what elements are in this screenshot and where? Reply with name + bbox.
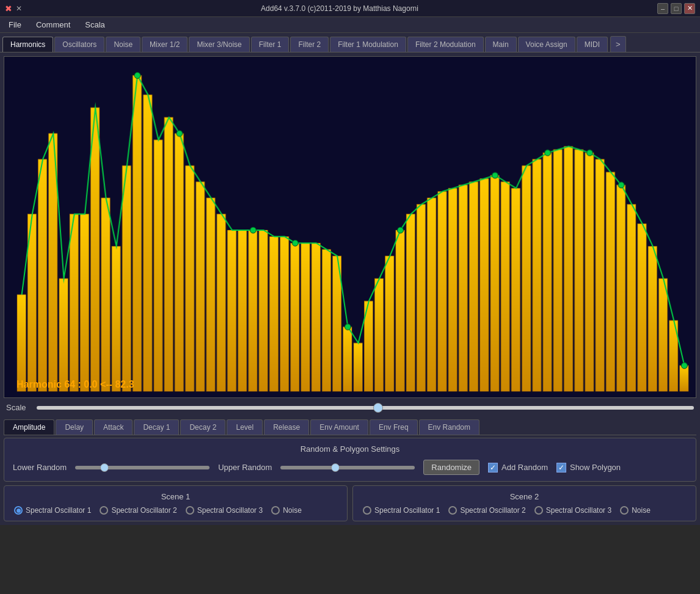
tab-mixer12[interactable]: Mixer 1/2 bbox=[142, 37, 188, 52]
scenes-row: Scene 1 Spectral Oscillator 1 Spectral O… bbox=[4, 485, 696, 521]
tab-filter2mod[interactable]: Filter 2 Modulation bbox=[407, 37, 484, 52]
tab-main[interactable]: Main bbox=[485, 37, 517, 52]
lower-random-slider[interactable] bbox=[75, 466, 210, 469]
menu-file[interactable]: File bbox=[6, 19, 24, 31]
scene2-label4: Noise bbox=[632, 506, 651, 515]
scene2-title: Scene 2 bbox=[363, 492, 686, 501]
scene2-radio3[interactable] bbox=[534, 506, 543, 515]
scene1-radio4[interactable] bbox=[271, 506, 280, 515]
scene2-spectral-osc1[interactable]: Spectral Oscillator 1 bbox=[363, 506, 440, 515]
show-polygon-checkbox[interactable] bbox=[556, 463, 566, 473]
scene2-spectral-osc3[interactable]: Spectral Oscillator 3 bbox=[534, 506, 611, 515]
harmonic-info-label: Harmonic 64 : 0.0 <-- 82.3 bbox=[16, 379, 134, 390]
app-icon2: ✕ bbox=[16, 4, 22, 13]
random-polygon-title: Random & Polygon Settings bbox=[13, 444, 687, 454]
scene2-spectral-osc2[interactable]: Spectral Oscillator 2 bbox=[448, 506, 525, 515]
env-tab-envfreq[interactable]: Env Freq bbox=[370, 419, 418, 435]
scene2-radio2[interactable] bbox=[448, 506, 457, 515]
scene1-spectral-osc3[interactable]: Spectral Oscillator 3 bbox=[186, 506, 263, 515]
main-content: Harmonic 64 : 0.0 <-- 82.3 Scale Amplitu… bbox=[0, 53, 700, 525]
tabbar: Harmonics Oscillators Noise Mixer 1/2 Mi… bbox=[0, 33, 700, 53]
scene1-box: Scene 1 Spectral Oscillator 1 Spectral O… bbox=[4, 485, 348, 521]
env-tab-level[interactable]: Level bbox=[227, 419, 263, 435]
env-tab-attack[interactable]: Attack bbox=[94, 419, 133, 435]
env-tab-decay1[interactable]: Decay 1 bbox=[134, 419, 179, 435]
random-polygon-panel: Random & Polygon Settings Lower Random U… bbox=[4, 438, 696, 482]
env-tab-decay2[interactable]: Decay 2 bbox=[180, 419, 225, 435]
close-button[interactable]: ✕ bbox=[684, 3, 695, 14]
tab-filter2[interactable]: Filter 2 bbox=[290, 37, 329, 52]
scene1-radio1[interactable] bbox=[14, 506, 23, 515]
randomize-button[interactable]: Randomize bbox=[423, 460, 479, 475]
tab-filter1mod[interactable]: Filter 1 Modulation bbox=[330, 37, 406, 52]
scene1-title: Scene 1 bbox=[14, 492, 337, 501]
scene1-spectral-osc2[interactable]: Spectral Oscillator 2 bbox=[100, 506, 177, 515]
lower-random-label: Lower Random bbox=[13, 463, 67, 472]
env-tab-delay[interactable]: Delay bbox=[56, 419, 93, 435]
scene2-label3: Spectral Oscillator 3 bbox=[546, 506, 611, 515]
scene1-label1: Spectral Oscillator 1 bbox=[26, 506, 91, 515]
minimize-button[interactable]: – bbox=[657, 3, 668, 14]
scene2-label1: Spectral Oscillator 1 bbox=[374, 506, 440, 515]
scene1-radio3[interactable] bbox=[186, 506, 194, 515]
upper-random-label: Upper Random bbox=[218, 463, 272, 472]
scene2-box: Scene 2 Spectral Oscillator 1 Spectral O… bbox=[352, 485, 696, 521]
app-title: Add64 v.3.7.0 (c)2011-2019 by Matthias N… bbox=[261, 4, 418, 13]
scene1-label3: Spectral Oscillator 3 bbox=[197, 506, 263, 515]
menubar: File Comment Scala bbox=[0, 17, 700, 33]
tab-filter1[interactable]: Filter 1 bbox=[251, 37, 290, 52]
titlebar: ✖ ✕ Add64 v.3.7.0 (c)2011-2019 by Matthi… bbox=[0, 0, 700, 17]
scene2-label2: Spectral Oscillator 2 bbox=[460, 506, 525, 515]
harmonics-chart[interactable]: Harmonic 64 : 0.0 <-- 82.3 bbox=[4, 56, 696, 398]
scene1-spectral-osc1[interactable]: Spectral Oscillator 1 bbox=[14, 506, 91, 515]
env-tab-amplitude[interactable]: Amplitude bbox=[4, 419, 54, 435]
titlebar-left: ✖ ✕ bbox=[5, 4, 22, 13]
env-tabbar: Amplitude Delay Attack Decay 1 Decay 2 L… bbox=[4, 419, 696, 435]
scene2-noise[interactable]: Noise bbox=[620, 506, 651, 515]
scale-label: Scale bbox=[6, 403, 31, 412]
menu-scala[interactable]: Scala bbox=[82, 19, 108, 31]
tab-mixer3noise[interactable]: Mixer 3/Noise bbox=[189, 37, 249, 52]
app-icon: ✖ bbox=[5, 4, 12, 13]
tab-harmonics[interactable]: Harmonics bbox=[2, 37, 53, 52]
upper-random-slider[interactable] bbox=[280, 466, 415, 469]
add-random-label: Add Random bbox=[501, 463, 548, 472]
scene1-radio2[interactable] bbox=[100, 506, 108, 515]
show-polygon-group: Show Polygon bbox=[556, 463, 621, 473]
tab-scroll-right[interactable]: > bbox=[610, 36, 626, 52]
menu-comment[interactable]: Comment bbox=[34, 19, 73, 31]
scene1-label2: Spectral Oscillator 2 bbox=[111, 506, 177, 515]
tab-midi[interactable]: MIDI bbox=[577, 37, 608, 52]
scene2-options: Spectral Oscillator 1 Spectral Oscillato… bbox=[363, 506, 686, 515]
scene2-radio4[interactable] bbox=[620, 506, 629, 515]
scale-row: Scale bbox=[4, 398, 696, 417]
scene2-radio1[interactable] bbox=[363, 506, 371, 515]
maximize-button[interactable]: □ bbox=[671, 3, 682, 14]
add-random-checkbox[interactable] bbox=[488, 463, 498, 473]
scene1-label4: Noise bbox=[283, 506, 302, 515]
add-random-group: Add Random bbox=[488, 463, 548, 473]
scale-slider[interactable] bbox=[37, 406, 694, 410]
env-tab-envrandom[interactable]: Env Random bbox=[419, 419, 479, 435]
scene1-options: Spectral Oscillator 1 Spectral Oscillato… bbox=[14, 506, 337, 515]
env-tab-release[interactable]: Release bbox=[264, 419, 309, 435]
tab-oscillators[interactable]: Oscillators bbox=[54, 37, 104, 52]
random-polygon-row: Lower Random Upper Random Randomize Add … bbox=[13, 460, 687, 475]
scene1-noise[interactable]: Noise bbox=[271, 506, 302, 515]
tab-noise[interactable]: Noise bbox=[106, 37, 140, 52]
tab-voiceassign[interactable]: Voice Assign bbox=[518, 37, 575, 52]
env-tab-envamount[interactable]: Env Amount bbox=[310, 419, 368, 435]
titlebar-controls: – □ ✕ bbox=[657, 3, 695, 14]
show-polygon-label: Show Polygon bbox=[570, 463, 621, 472]
